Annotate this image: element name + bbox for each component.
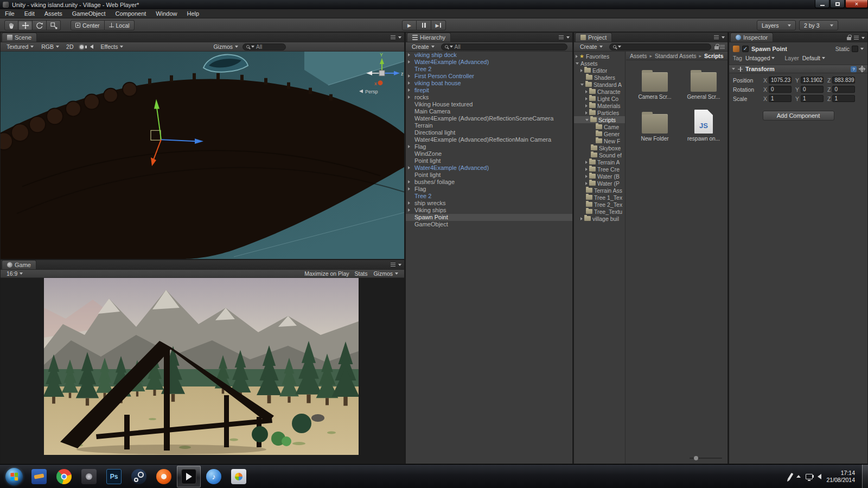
expand-arrow-icon[interactable]: [580, 217, 583, 220]
breadcrumb-item[interactable]: Assets: [630, 53, 647, 59]
collapse-arrow-icon[interactable]: [580, 84, 584, 86]
hierarchy-item[interactable]: Main Camera: [406, 108, 572, 115]
expand-arrow-icon[interactable]: [585, 161, 588, 164]
space-toggle-button[interactable]: Local: [105, 20, 135, 30]
hidden-icons-chevron[interactable]: [796, 475, 801, 478]
tab-inspector[interactable]: Inspector: [730, 33, 773, 42]
project-zoom-slider[interactable]: [690, 456, 722, 460]
project-tree-item[interactable]: village buil: [574, 215, 625, 222]
tab-game[interactable]: Game: [2, 260, 36, 269]
scene-gizmos-dropdown[interactable]: Gizmos: [210, 42, 241, 51]
taskbar-app-dark-button[interactable]: [77, 466, 101, 487]
project-tree-item[interactable]: Terrain A: [574, 159, 625, 166]
show-desktop-button[interactable]: [862, 465, 868, 488]
lock-icon[interactable]: [714, 46, 719, 49]
lock-icon[interactable]: [847, 37, 851, 40]
hierarchy-item[interactable]: Tree 2: [406, 66, 572, 73]
expand-arrow-icon[interactable]: [408, 180, 410, 183]
scene-viewport[interactable]: Y z x Persp: [1, 52, 404, 259]
maximize-on-play-button[interactable]: Maximize on Play: [302, 270, 352, 277]
menu-component[interactable]: Component: [110, 9, 151, 18]
collapse-arrow-icon[interactable]: [585, 119, 589, 121]
hierarchy-item[interactable]: Tree 2: [406, 193, 572, 200]
gear-icon[interactable]: [860, 67, 865, 72]
project-file[interactable]: Camera Scr...: [630, 67, 679, 100]
project-tree-item[interactable]: Came: [574, 123, 625, 130]
pen-tray-icon[interactable]: [788, 473, 794, 480]
menu-window[interactable]: Window: [151, 9, 182, 18]
add-component-button[interactable]: Add Component: [763, 111, 834, 121]
hierarchy-item[interactable]: firepit: [406, 87, 572, 94]
foldout-arrow-icon[interactable]: [732, 68, 735, 70]
panel-menu-icon[interactable]: [714, 35, 719, 39]
hierarchy-item[interactable]: Water4Example (Advanced)ReflectionMain C…: [406, 136, 572, 143]
menu-gameobject[interactable]: GameObject: [67, 9, 111, 18]
hierarchy-create-dropdown[interactable]: Create: [409, 42, 438, 51]
minimize-button[interactable]: [815, 0, 829, 8]
breadcrumb-item[interactable]: Standard Assets: [655, 53, 696, 59]
move-tool-button[interactable]: [18, 20, 33, 30]
hierarchy-item[interactable]: GameObject: [406, 221, 572, 228]
collapse-arrow-icon[interactable]: [576, 62, 579, 65]
stats-button[interactable]: Stats: [352, 270, 370, 277]
expand-arrow-icon[interactable]: [408, 208, 410, 212]
taskbar-photoshop-button[interactable]: Ps: [102, 466, 126, 487]
taskbar-app-orange-button[interactable]: [152, 466, 176, 487]
hierarchy-item[interactable]: Point light: [406, 157, 572, 164]
hierarchy-item[interactable]: rocks: [406, 94, 572, 101]
panel-menu-icon[interactable]: [559, 35, 564, 39]
expand-arrow-icon[interactable]: [585, 104, 588, 107]
tab-hierarchy[interactable]: Hierarchy: [407, 33, 451, 42]
taskbar-unity-button[interactable]: [177, 466, 201, 487]
position-z-field[interactable]: 883.839: [832, 77, 855, 84]
project-tree-item[interactable]: Materials: [574, 102, 625, 109]
hierarchy-item[interactable]: Water4Example (Advanced): [406, 59, 572, 66]
pivot-toggle-button[interactable]: Center: [71, 20, 105, 30]
tab-project[interactable]: Project: [575, 33, 612, 42]
render-mode-dropdown[interactable]: RGB: [38, 42, 62, 51]
expand-arrow-icon[interactable]: [576, 55, 578, 58]
taskbar-bluej-button[interactable]: [27, 466, 51, 487]
chevron-down-icon[interactable]: [722, 36, 725, 39]
hierarchy-item[interactable]: First Person Controller: [406, 73, 572, 80]
maximize-button[interactable]: [830, 0, 845, 8]
project-tree-item[interactable]: Characte: [574, 88, 625, 95]
scale-z-field[interactable]: 1: [832, 95, 855, 102]
project-tree-item[interactable]: Sound ef: [574, 151, 625, 159]
project-tree-item[interactable]: Water (P: [574, 180, 625, 187]
project-tree-item[interactable]: New F: [574, 137, 625, 144]
project-tree-item[interactable]: Assets: [574, 60, 625, 67]
chevron-down-icon[interactable]: [398, 36, 401, 39]
hierarchy-item[interactable]: viking ship dock: [406, 52, 572, 59]
scene-search-input[interactable]: All: [242, 43, 286, 50]
panel-menu-icon[interactable]: [854, 36, 859, 40]
expand-arrow-icon[interactable]: [585, 168, 588, 171]
window-titlebar[interactable]: Unity - viking island.unity - Village - …: [0, 0, 868, 9]
expand-arrow-icon[interactable]: [408, 145, 410, 148]
chevron-down-icon[interactable]: [861, 37, 865, 39]
menu-help[interactable]: Help: [182, 9, 204, 18]
hierarchy-item[interactable]: viking boat house: [406, 80, 572, 87]
project-file[interactable]: General Scr...: [679, 67, 728, 100]
project-tree-item[interactable]: Scripts: [574, 116, 625, 123]
layer-dropdown[interactable]: Default: [801, 55, 826, 61]
expand-arrow-icon[interactable]: [408, 96, 410, 99]
project-tree-item[interactable]: Shaders: [574, 74, 625, 81]
slider-thumb[interactable]: [694, 456, 698, 460]
taskbar-itunes-button[interactable]: ♪: [202, 466, 226, 487]
project-tree-item[interactable]: Standard A: [574, 81, 625, 88]
hierarchy-item[interactable]: Spawn Point: [406, 214, 572, 221]
menu-edit[interactable]: Edit: [20, 9, 40, 18]
menu-assets[interactable]: Assets: [40, 9, 67, 18]
panel-menu-icon[interactable]: [720, 45, 725, 49]
scene-3d-view[interactable]: Y z x Persp: [1, 52, 404, 259]
help-icon[interactable]: [851, 66, 857, 72]
expand-arrow-icon[interactable]: [585, 90, 588, 93]
rotation-x-field[interactable]: 0: [769, 86, 792, 93]
layers-dropdown[interactable]: Layers: [757, 20, 796, 30]
pause-button[interactable]: [417, 20, 431, 30]
expand-arrow-icon[interactable]: [408, 88, 410, 92]
2d-toggle-button[interactable]: 2D: [63, 42, 76, 51]
hierarchy-item[interactable]: Point light: [406, 172, 572, 179]
project-tree-item[interactable]: Tree Cre: [574, 166, 625, 173]
